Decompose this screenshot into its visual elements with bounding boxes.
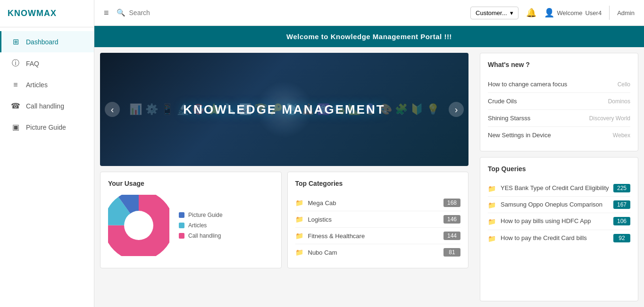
folder-icon: 📁 <box>488 201 496 209</box>
category-name: Fitness & Healthcare <box>308 232 365 240</box>
call-handling-dot <box>179 233 184 239</box>
category-count: 146 <box>443 215 460 224</box>
user-profile: 👤 Welcome User4 <box>544 8 602 18</box>
categories-list: 📁 Mega Cab 168 📁 Logistics 146 <box>295 195 461 260</box>
sidebar-item-picture-guide[interactable]: ▣ Picture Guide <box>0 116 94 138</box>
search-bar: 🔍 <box>117 8 463 17</box>
folder-icon: 📁 <box>295 232 303 240</box>
query-item-3[interactable]: 📁 How to pay bills using HDFC App 106 <box>488 213 630 230</box>
whats-new-item-1[interactable]: How to change camera focus Cello <box>488 76 630 93</box>
whats-new-item-tag: Webex <box>613 132 630 139</box>
whats-new-item-title: How to change camera focus <box>488 81 567 88</box>
sidebar-item-articles[interactable]: ≡ Articles <box>0 75 94 95</box>
articles-icon: ≡ <box>11 81 20 89</box>
search-input[interactable] <box>129 9 224 17</box>
category-name: Mega Cab <box>308 199 336 207</box>
category-count: 168 <box>443 199 460 207</box>
query-text: Samsung Oppo Oneplus Comparison <box>501 200 602 209</box>
query-item-4[interactable]: 📁 How to pay the Credit Card bills 92 <box>488 230 630 246</box>
customer-dropdown[interactable]: Customer... ▾ <box>470 7 518 19</box>
category-item-logistics[interactable]: 📁 Logistics 146 <box>295 211 461 228</box>
divider <box>609 6 610 20</box>
whats-new-item-3[interactable]: Shining Starsss Discovery World <box>488 110 630 127</box>
notification-bell-icon[interactable]: 🔔 <box>526 8 536 18</box>
dashboard-icon: ⊞ <box>11 37 20 46</box>
query-count: 92 <box>613 234 630 242</box>
welcome-banner: Welcome to Knowledge Management Portal !… <box>94 26 644 47</box>
category-name: Logistics <box>308 216 332 223</box>
sidebar-nav: ⊞ Dashboard ⓘ FAQ ≡ Articles ☎ Call hand… <box>0 31 94 138</box>
welcome-text: Welcome <box>557 9 583 17</box>
legend-articles: Articles <box>179 222 223 229</box>
query-text: How to pay the Credit Card bills <box>501 234 587 242</box>
articles-dot <box>179 223 184 228</box>
top-categories-title: Top Categories <box>295 180 461 187</box>
search-icon: 🔍 <box>117 8 125 17</box>
whats-new-list: How to change camera focus Cello Crude O… <box>488 76 630 143</box>
hero-next-button[interactable]: › <box>449 102 464 117</box>
admin-label: Admin <box>617 9 635 17</box>
topbar-right: Customer... ▾ 🔔 👤 Welcome User4 Admin <box>470 6 635 20</box>
folder-icon: 📁 <box>295 199 303 207</box>
category-count: 81 <box>443 248 460 257</box>
hero-title: KNOWLEDGE MANAGEMENT <box>183 102 385 117</box>
whats-new-item-4[interactable]: New Settings in Device Webex <box>488 127 630 143</box>
whats-new-title: What's new ? <box>488 61 630 68</box>
query-count: 167 <box>613 200 630 209</box>
customer-select-label: Customer... <box>476 9 507 17</box>
user-avatar-icon: 👤 <box>544 8 554 18</box>
main-content: ≡ 🔍 Customer... ▾ 🔔 👤 Welcome User4 Admi… <box>94 0 644 307</box>
usage-pie-chart <box>108 195 169 256</box>
whats-new-item-title: New Settings in Device <box>488 132 551 139</box>
svg-point-3 <box>124 211 153 240</box>
picture-guide-icon: ▣ <box>11 123 20 132</box>
legend-call-handling: Call handling <box>179 232 223 239</box>
sidebar-item-label: Articles <box>26 81 48 89</box>
logo-text: KNOWMAX <box>8 8 57 18</box>
query-text: How to pay bills using HDFC App <box>501 217 591 225</box>
username: User4 <box>585 9 602 17</box>
sidebar-item-label: Call handling <box>26 102 64 110</box>
category-item-mega-cab[interactable]: 📁 Mega Cab 168 <box>295 195 461 211</box>
category-name: Nubo Cam <box>308 249 337 256</box>
legend-picture-guide-label: Picture Guide <box>188 212 223 218</box>
content-area: 📊 ⚙️ 📱 🔬 🎯 ⭐ 🔧 📈 🏆 🔑 📡 🎪 ⚛️ 🎭 📐 🔮 🎨 🧩 🔰 … <box>94 47 644 307</box>
whats-new-item-tag: Discovery World <box>589 115 630 122</box>
category-count: 144 <box>443 232 460 240</box>
sidebar-item-dashboard[interactable]: ⊞ Dashboard <box>0 31 94 52</box>
usage-content: Picture Guide Articles Call handling <box>108 195 274 256</box>
menu-icon[interactable]: ≡ <box>104 8 109 18</box>
folder-icon: 📁 <box>295 216 303 223</box>
whats-new-item-2[interactable]: Crude Oils Dominos <box>488 93 630 110</box>
top-queries-title: Top Queries <box>488 165 630 173</box>
query-item-1[interactable]: 📁 YES Bank Type of Credit Card Eligibili… <box>488 180 630 197</box>
phone-icon: ☎ <box>11 101 20 110</box>
hero-banner: 📊 ⚙️ 📱 🔬 🎯 ⭐ 🔧 📈 🏆 🔑 📡 🎪 ⚛️ 🎭 📐 🔮 🎨 🧩 🔰 … <box>100 53 468 166</box>
category-item-nubo-cam[interactable]: 📁 Nubo Cam 81 <box>295 244 461 260</box>
legend-articles-label: Articles <box>188 222 207 229</box>
hero-prev-button[interactable]: ‹ <box>105 102 120 117</box>
query-text: YES Bank Type of Credit Card Eligibility <box>501 184 609 192</box>
query-item-2[interactable]: 📁 Samsung Oppo Oneplus Comparison 167 <box>488 197 630 213</box>
folder-icon: 📁 <box>488 235 496 242</box>
bottom-row: Your Usage <box>100 172 468 268</box>
sidebar-item-label: Dashboard <box>26 38 59 46</box>
folder-icon: 📁 <box>488 185 496 192</box>
sidebar-item-call-handling[interactable]: ☎ Call handling <box>0 95 94 116</box>
chevron-down-icon: ▾ <box>510 9 513 17</box>
sidebar-item-label: FAQ <box>26 60 39 67</box>
usage-legend: Picture Guide Articles Call handling <box>179 212 223 239</box>
category-item-fitness[interactable]: 📁 Fitness & Healthcare 144 <box>295 228 461 244</box>
your-usage-title: Your Usage <box>108 180 274 187</box>
legend-picture-guide: Picture Guide <box>179 212 223 218</box>
whats-new-item-title: Shining Starsss <box>488 115 530 122</box>
sidebar-item-faq[interactable]: ⓘ FAQ <box>0 52 94 75</box>
faq-icon: ⓘ <box>11 58 20 68</box>
sidebar: KNOWMAX ⊞ Dashboard ⓘ FAQ ≡ Articles ☎ C… <box>0 0 94 307</box>
whats-new-card: What's new ? How to change camera focus … <box>480 53 638 151</box>
query-count: 225 <box>613 184 630 192</box>
whats-new-item-tag: Cello <box>618 81 630 88</box>
query-count: 106 <box>613 217 630 225</box>
sidebar-item-label: Picture Guide <box>26 124 66 131</box>
top-queries-card: Top Queries 📁 YES Bank Type of Credit Ca… <box>480 157 638 301</box>
